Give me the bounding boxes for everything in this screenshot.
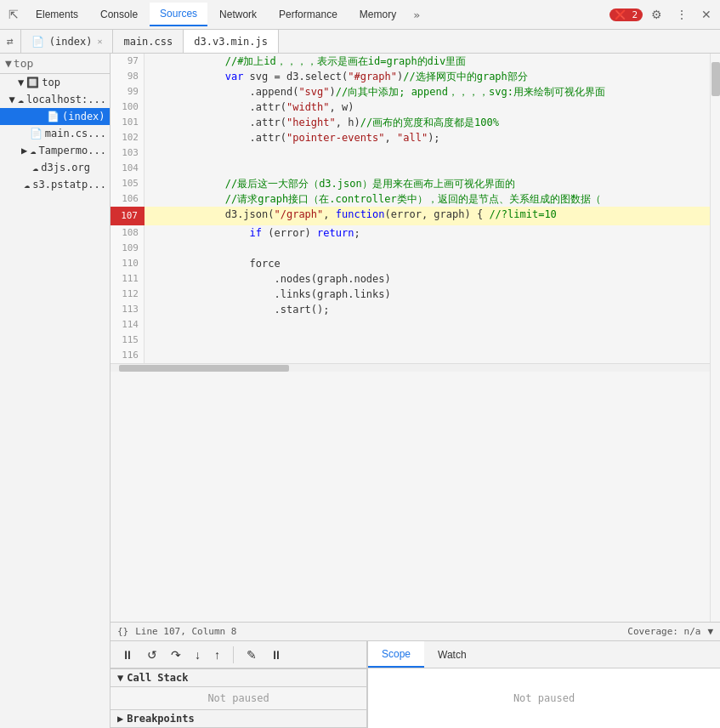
code-line-111: 111 .nodes(graph.nodes): [111, 271, 710, 287]
code-line-115: 115: [111, 333, 710, 348]
hscroll-thumb: [119, 365, 289, 372]
not-paused-label: Not paused: [513, 692, 575, 704]
sidebar-item-top[interactable]: ▼ 🔲 top: [0, 74, 110, 91]
call-stack-content: Not paused: [111, 687, 366, 709]
tab-sources[interactable]: Sources: [150, 3, 207, 26]
code-line-114: 114: [111, 317, 710, 333]
code-line-105: 105 //最后这一大部分（d3.json）是用来在画布上画可视化界面的: [111, 176, 710, 191]
sidebar-item-maincss[interactable]: 📄 main.cs...: [0, 125, 110, 142]
breakpoints-header[interactable]: ▶ Breakpoints: [111, 709, 366, 728]
code-line-98: 98 var svg = d3.select("#graph")//选择网页中的…: [111, 69, 710, 84]
horizontal-scrollbar[interactable]: [111, 363, 710, 372]
debug-left: ⏸ ↺ ↷ ↓ ↑ ✎ ⏸ ▼ Call Stack Not paused: [111, 641, 367, 728]
call-stack-title: Call Stack: [127, 672, 188, 684]
tab-performance[interactable]: Performance: [269, 3, 348, 26]
file-icon-css: 📄: [30, 128, 43, 139]
sidebar-title-label: top: [14, 57, 33, 70]
code-line-108: 108 if (error) return;: [111, 225, 710, 241]
sidebar-header[interactable]: ▼ top: [0, 54, 110, 74]
pause-on-exception-btn[interactable]: ⏸: [266, 646, 286, 664]
step-over-btn[interactable]: ↷: [167, 646, 185, 664]
more-options-btn[interactable]: ⋮: [671, 4, 693, 25]
file-tab-maincss-label: main.css: [123, 36, 173, 48]
code-line-103: 103: [111, 145, 710, 161]
file-tab-index-label: (index): [49, 36, 93, 48]
top-icon: 🔲: [26, 77, 39, 88]
file-tab-index[interactable]: 📄 (index) ✕: [21, 30, 114, 53]
sidebar: ▼ top ▼ 🔲 top ▼ ☁ localhost:... 📄 (index…: [0, 54, 111, 728]
pause-btn[interactable]: ⏸: [117, 646, 138, 664]
scope-content: Not paused: [368, 668, 720, 728]
deactivate-breakpoints-btn[interactable]: ✎: [242, 646, 261, 664]
code-line-101: 101 .attr("height", h)//画布的宽度和高度都是100%: [111, 115, 710, 130]
scope-tab[interactable]: Scope: [368, 641, 424, 668]
tab-memory[interactable]: Memory: [349, 3, 406, 26]
breakpoints-arrow: ▶: [117, 713, 123, 725]
sidebar-item-index[interactable]: 📄 (index): [0, 108, 110, 125]
coverage-label: Coverage: n/a: [627, 626, 700, 637]
file-icon: 📄: [31, 36, 44, 48]
divider: [233, 646, 234, 663]
cloud-icon: ☁: [18, 94, 24, 105]
code-line-110: 110 force: [111, 256, 710, 271]
code-line-116: 116: [111, 348, 710, 363]
settings-btn[interactable]: ⚙: [646, 4, 667, 25]
resume-btn[interactable]: ↺: [143, 646, 162, 664]
watch-tab[interactable]: Watch: [424, 641, 480, 668]
code-line-107: 107 d3.json("/graph", function(error, gr…: [111, 207, 710, 225]
debug-area: ⏸ ↺ ↷ ↓ ↑ ✎ ⏸ ▼ Call Stack Not paused: [111, 640, 720, 728]
step-into-btn[interactable]: ↓: [190, 646, 205, 664]
folder-arrow-2: ▶: [21, 145, 27, 156]
file-tab-d3[interactable]: d3.v3.min.js: [184, 30, 279, 53]
content-area: 97 //#加上id，，，，表示是画在id=graph的div里面 98 var…: [111, 54, 720, 728]
status-bar: {} Line 107, Column 8 Coverage: n/a ▼: [111, 622, 720, 640]
main-layout: ▼ top ▼ 🔲 top ▼ ☁ localhost:... 📄 (index…: [0, 54, 720, 728]
coverage-expand-btn[interactable]: ▼: [707, 626, 713, 637]
sidebar-item-d3js[interactable]: ☁ d3js.org: [0, 159, 110, 176]
sidebar-toggle-btn[interactable]: ⇄: [0, 30, 21, 53]
code-editor-wrapper: 97 //#加上id，，，，表示是画在id=graph的div里面 98 var…: [111, 54, 720, 622]
tab-network[interactable]: Network: [209, 3, 267, 26]
breakpoints-title: Breakpoints: [127, 713, 194, 725]
file-tab-d3-label: d3.v3.min.js: [194, 36, 268, 48]
top-right-controls: ❌ 2 ⚙ ⋮ ✕: [609, 4, 717, 25]
code-line-97: 97 //#加上id，，，，表示是画在id=graph的div里面: [111, 54, 710, 69]
cloud-icon-2: ☁: [30, 145, 36, 156]
cloud-icon-3: ☁: [32, 162, 38, 173]
code-line-112: 112 .links(graph.links): [111, 287, 710, 302]
code-line-99: 99 .append("svg")//向其中添加; append，，，，svg:…: [111, 84, 710, 100]
sidebar-item-localhost[interactable]: ▼ ☁ localhost:...: [0, 91, 110, 108]
code-line-104: 104: [111, 161, 710, 176]
cursor-position: Line 107, Column 8: [135, 626, 236, 637]
code-line-109: 109: [111, 241, 710, 256]
cloud-icon-4: ☁: [24, 179, 30, 191]
vertical-scroll-indicator[interactable]: [710, 54, 720, 622]
code-scroll-area[interactable]: 97 //#加上id，，，，表示是画在id=graph的div里面 98 var…: [111, 54, 710, 622]
tab-console[interactable]: Console: [90, 3, 148, 26]
code-line-100: 100 .attr("width", w): [111, 100, 710, 115]
sidebar-item-s3[interactable]: ☁ s3.pstatp...: [0, 176, 110, 193]
devtools-tab-bar: ⇱ Elements Console Sources Network Perfo…: [0, 0, 720, 30]
close-devtools-btn[interactable]: ✕: [696, 4, 717, 25]
devtools-expand-btn[interactable]: ⇱: [3, 4, 24, 25]
error-badge: ❌ 2: [609, 9, 643, 21]
folder-arrow: ▼: [18, 77, 24, 88]
call-stack-header[interactable]: ▼ Call Stack: [111, 668, 366, 687]
file-tab-maincss[interactable]: main.css: [113, 30, 184, 53]
format-btn[interactable]: {}: [117, 626, 128, 637]
close-index-tab-btn[interactable]: ✕: [97, 37, 102, 46]
vert-thumb: [711, 62, 720, 96]
code-line-102: 102 .attr("pointer-events", "all");: [111, 130, 710, 145]
step-out-btn[interactable]: ↑: [210, 646, 224, 664]
sidebar-item-tampermoney[interactable]: ▶ ☁ Tampermo...: [0, 142, 110, 159]
debug-toolbar: ⏸ ↺ ↷ ↓ ↑ ✎ ⏸: [111, 641, 366, 668]
file-icon-selected: 📄: [47, 111, 60, 122]
more-tabs-btn[interactable]: »: [408, 5, 425, 25]
sidebar-arrow: ▼: [5, 57, 12, 70]
code-line-113: 113 .start();: [111, 302, 710, 317]
right-panel: Scope Watch Not paused: [367, 641, 720, 728]
code-lines: 97 //#加上id，，，，表示是画在id=graph的div里面 98 var…: [111, 54, 710, 363]
tab-elements[interactable]: Elements: [26, 3, 88, 26]
panel-tabs: Scope Watch: [368, 641, 720, 668]
file-tabs-bar: ⇄ 📄 (index) ✕ main.css d3.v3.min.js: [0, 30, 720, 54]
